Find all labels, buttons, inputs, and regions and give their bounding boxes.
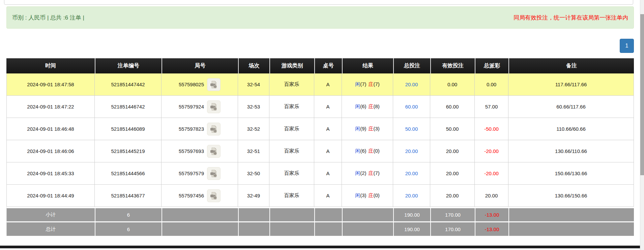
total-bet-cell: 60.00: [393, 96, 430, 118]
top-panel-remnant: [4, 0, 633, 5]
grand-total-valid-bet: 170.00: [430, 221, 475, 236]
bet-records-table: 时间 注单编号 局号 场次 游戏类别 桌号 结果 总投注 有效投注 总派彩 备注…: [6, 58, 634, 236]
column-header-total-bet: 总投注: [393, 58, 430, 73]
result-cell: 闲(2)庄(7): [342, 162, 393, 185]
total-bet-link[interactable]: 50.00: [405, 126, 418, 132]
round-id-cell: 557597924: [162, 96, 238, 118]
subtotal-payout: -13.00: [475, 207, 508, 221]
table-no-cell: A: [314, 118, 342, 140]
bet-id-cell: 521851447442: [95, 73, 162, 96]
subtotal-valid-bet: 170.00: [430, 207, 475, 221]
round-id-cell: 557597579: [162, 162, 238, 185]
column-header-round-id: 局号: [162, 58, 238, 73]
banker-result-label: 庄: [369, 192, 374, 198]
total-bet-link[interactable]: 20.00: [405, 193, 418, 198]
player-result-label: 闲: [355, 103, 360, 109]
player-result-label: 闲: [355, 148, 360, 154]
table-row: 2024-09-01 18:45:33 521851444566 5575975…: [6, 162, 634, 185]
total-bet-cell: 20.00: [393, 73, 430, 96]
video-replay-icon: [209, 147, 218, 156]
total-bet-link[interactable]: 20.00: [405, 148, 418, 154]
column-header-time: 时间: [6, 58, 95, 73]
video-replay-icon: [209, 102, 218, 111]
banker-result-label: 庄: [369, 170, 374, 176]
round-id-text: 557597456: [179, 193, 204, 198]
session-cell: 32-53: [238, 96, 269, 118]
table-no-cell: A: [314, 140, 342, 162]
game-type-cell: 百家乐: [269, 185, 314, 207]
video-replay-button[interactable]: [207, 145, 221, 158]
table-no-cell: A: [314, 185, 342, 207]
session-cell: 32-49: [238, 185, 269, 207]
session-cell: 32-51: [238, 140, 269, 162]
grand-total-count: 6: [95, 221, 162, 236]
bet-id-cell: 521851446089: [95, 118, 162, 140]
grand-total-row: 总计 6 190.00 170.00 -13.00: [6, 221, 634, 236]
column-header-result: 结果: [342, 58, 393, 73]
table-row: 2024-09-01 18:44:49 521851443677 5575974…: [6, 185, 634, 207]
valid-bet-cell: 20.00: [430, 185, 475, 207]
scrollbar-thumb[interactable]: [640, 14, 644, 175]
video-replay-button[interactable]: [207, 78, 221, 91]
video-replay-button[interactable]: [207, 189, 221, 202]
remark-cell: 60.66/117.66: [508, 96, 634, 118]
round-id-text: 557598025: [179, 82, 204, 87]
grand-total-payout: -13.00: [475, 221, 508, 236]
pagination-page-1-button[interactable]: 1: [620, 39, 634, 53]
banker-result-label: 庄: [369, 81, 374, 87]
column-header-remark: 备注: [508, 58, 634, 73]
subtotal-total-bet: 190.00: [393, 207, 430, 221]
table-row: 2024-09-01 18:46:06 521851445219 5575976…: [6, 140, 634, 162]
video-replay-icon: [209, 191, 218, 200]
total-bet-link[interactable]: 20.00: [405, 82, 418, 87]
total-bet-link[interactable]: 60.00: [405, 104, 418, 110]
payout-cell: -20.00: [475, 140, 508, 162]
session-cell: 32-52: [238, 118, 269, 140]
player-result-label: 闲: [355, 192, 360, 198]
result-cell: 闲(6)庄(0): [342, 140, 393, 162]
total-bet-link[interactable]: 20.00: [405, 170, 418, 176]
subtotal-row: 小计 6 190.00 170.00 -13.00: [6, 207, 634, 221]
table-row: 2024-09-01 18:46:48 521851446089 5575978…: [6, 118, 634, 140]
banker-result-label: 庄: [369, 126, 374, 131]
header-row: 时间 注单编号 局号 场次 游戏类别 桌号 结果 总投注 有效投注 总派彩 备注: [6, 58, 634, 73]
total-bet-cell: 20.00: [393, 162, 430, 185]
valid-bet-cell: 20.00: [430, 162, 475, 185]
round-id-text: 557597823: [179, 126, 204, 132]
banker-result-label: 庄: [369, 148, 374, 154]
video-replay-button[interactable]: [207, 100, 221, 113]
game-type-cell: 百家乐: [269, 162, 314, 185]
game-type-cell: 百家乐: [269, 96, 314, 118]
video-replay-icon: [209, 80, 218, 89]
valid-bet-cell: 60.00: [430, 96, 475, 118]
remark-cell: 150.66/130.66: [508, 162, 634, 185]
round-id-cell: 557597693: [162, 140, 238, 162]
round-id-cell: 557597456: [162, 185, 238, 207]
time-cell: 2024-09-01 18:45:33: [6, 162, 95, 185]
round-id-cell: 557598025: [162, 73, 238, 96]
payout-cell: -50.00: [475, 118, 508, 140]
session-cell: 32-50: [238, 162, 269, 185]
session-cell: 32-54: [238, 73, 269, 96]
total-bet-cell: 50.00: [393, 118, 430, 140]
banker-result-label: 庄: [369, 103, 374, 109]
column-header-payout: 总派彩: [475, 58, 508, 73]
currency-summary-text: 币别 : 人民币 | 总共 :6 注单 |: [12, 14, 84, 22]
time-cell: 2024-09-01 18:46:48: [6, 118, 95, 140]
video-replay-button[interactable]: [207, 123, 221, 135]
remark-cell: 130.66/110.66: [508, 140, 634, 162]
scrollbar-track[interactable]: [640, 0, 644, 250]
table-row: 2024-09-01 18:47:58 521851447442 5575980…: [6, 73, 634, 96]
round-id-text: 557597924: [179, 104, 204, 110]
time-cell: 2024-09-01 18:47:58: [6, 73, 95, 96]
valid-bet-notice-text: 同局有效投注，统一计算在该局第一张注单内: [514, 14, 628, 22]
grand-total-total-bet: 190.00: [393, 221, 430, 236]
time-cell: 2024-09-01 18:47:22: [6, 96, 95, 118]
bet-id-cell: 521851444566: [95, 162, 162, 185]
video-replay-button[interactable]: [207, 167, 221, 180]
subtotal-count: 6: [95, 207, 162, 221]
column-header-game-type: 游戏类别: [269, 58, 314, 73]
game-type-cell: 百家乐: [269, 73, 314, 96]
video-replay-icon: [209, 169, 218, 178]
column-header-valid-bet: 有效投注: [430, 58, 475, 73]
